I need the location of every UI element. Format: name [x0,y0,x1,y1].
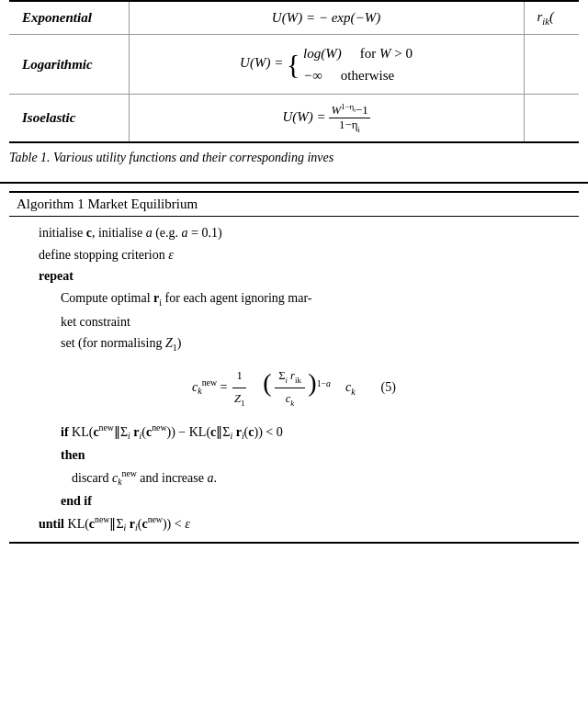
isoelastic-col3 [524,95,579,142]
algorithm-box: Algorithm 1 Market Equilibrium initialis… [9,191,579,544]
inner-den: ck [282,388,299,410]
equation-number: (5) [381,380,396,394]
exponential-label: Exponential [9,1,129,35]
algorithm-body: initialise c, initialise a (e.g. a = 0.1… [9,217,579,542]
inner-num: Σi rik [275,365,305,388]
logarithmic-col3 [524,35,579,95]
algo-line-compute: Compute optimal ri for each agent ignori… [17,287,571,310]
algo-line-if: if KL(cnew‖Σi ri(cnew)) − KL(c‖Σi ri(c))… [17,421,571,444]
table-caption: Table 1. Various utility functions and t… [9,143,579,173]
algo-line-constraint: ket constraint [17,311,571,333]
algo-line-stopping: define stopping criterion ε [17,244,571,266]
table-row-logarithmic: Logarithmic U(W) = { log(W) for W > 0 −∞… [9,35,579,95]
fraction-numerator: W1−ηi−1 [329,102,369,118]
algo-line-set: set (for normalising Z1) [17,332,571,355]
algo-line-then: then [17,444,571,466]
isoelastic-fraction: W1−ηi−1 1−ηi [329,102,369,134]
eq-paren-open: ( Σi rik ck )1−a [263,365,331,411]
algorithm-title-rest: Market Equilibrium [88,197,198,211]
algorithm-title-bold: Algorithm 1 [17,197,85,211]
eq-lhs: cknew = 1 Z1 [192,365,248,410]
algo-line-init-c: initialise c, initialise a (e.g. a = 0.1… [17,222,571,244]
lhs-den: Z1 [231,388,248,410]
fraction-denominator: 1−ηi [337,118,362,134]
isoelastic-formula: U(W) = W1−ηi−1 1−ηi [129,95,524,142]
algo-line-discard: discard cknew and increase a. [17,466,571,490]
table-section: Exponential U(W) = − exp(−W) rik( Logari… [0,0,588,184]
algo-line-until: until KL(cnew‖Σi ri(cnew)) < ε [17,512,571,536]
caption-text: Various utility functions and their corr… [53,151,334,164]
piecewise-brace: { [287,51,300,78]
algorithm-section: Algorithm 1 Market Equilibrium initialis… [0,184,588,544]
algorithm-header: Algorithm 1 Market Equilibrium [9,193,579,217]
piecewise-block: { log(W) for W > 0 −∞ otherwise [287,42,413,86]
table-row-isoelastic: Isoelastic U(W) = W1−ηi−1 1−ηi [9,95,579,142]
utility-table: Exponential U(W) = − exp(−W) rik( Logari… [9,0,579,143]
caption-label: Table 1. [9,151,51,164]
piecewise-case-1: log(W) for W > 0 [303,42,413,64]
algo-equation: cknew = 1 Z1 ( Σi rik ck )1−a ck [17,356,571,421]
algo-line-repeat: repeat [17,265,571,287]
lhs-fraction: 1 Z1 [231,365,248,410]
open-paren-icon: ( [263,368,271,397]
isoelastic-label: Isoelastic [9,95,129,142]
logarithmic-label: Logarithmic [9,35,129,95]
piecewise-cases: log(W) for W > 0 −∞ otherwise [303,42,413,86]
inner-fraction: Σi rik ck [275,365,305,411]
piecewise-case-2: −∞ otherwise [303,64,413,86]
logarithmic-formula: U(W) = { log(W) for W > 0 −∞ otherwise [129,35,524,95]
algo-line-endif: end if [17,490,571,512]
table-row-exponential: Exponential U(W) = − exp(−W) rik( [9,1,579,35]
exponential-col3: rik( [524,1,579,35]
close-paren-icon: ) [308,368,316,397]
exponential-formula: U(W) = − exp(−W) [129,1,524,35]
lhs-num: 1 [232,365,245,388]
eq-rhs: ck (5) [345,376,396,399]
